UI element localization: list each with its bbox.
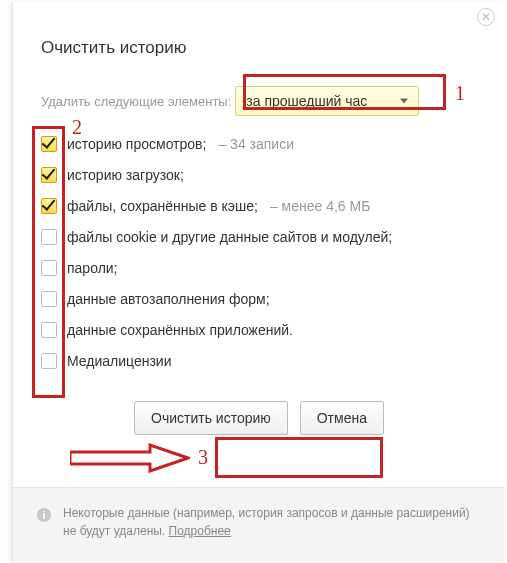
clear-history-dialog: ✕ Очистить историю Удалить следующие эле… (12, 2, 505, 562)
checkbox[interactable] (41, 322, 57, 338)
option-label: историю просмотров; (67, 136, 206, 152)
cancel-button[interactable]: Отмена (300, 401, 384, 435)
option-row[interactable]: данные сохранённых приложений. (41, 322, 505, 338)
checkbox[interactable] (41, 260, 57, 276)
checkbox[interactable] (41, 167, 57, 183)
option-label: пароли; (67, 260, 118, 276)
option-label: данные автозаполнения форм; (67, 291, 270, 307)
option-row[interactable]: файлы cookie и другие данные сайтов и мо… (41, 229, 505, 245)
option-label: файлы, сохранённые в кэше; (67, 198, 258, 214)
options-list: историю просмотров;– 34 записиисторию за… (41, 136, 505, 369)
option-label: данные сохранённых приложений. (67, 322, 293, 338)
option-row[interactable]: данные автозаполнения форм; (41, 291, 505, 307)
timerange-row: Удалить следующие элементы: за прошедший… (41, 86, 505, 116)
option-label: файлы cookie и другие данные сайтов и мо… (67, 229, 392, 245)
footer-link[interactable]: Подробнее (169, 524, 231, 538)
timerange-value: за прошедший час (246, 93, 367, 109)
option-row[interactable]: историю загрузок; (41, 167, 505, 183)
option-row[interactable]: историю просмотров;– 34 записи (41, 136, 505, 152)
checkbox[interactable] (41, 136, 57, 152)
dialog-title: Очистить историю (13, 2, 505, 58)
checkbox[interactable] (41, 353, 57, 369)
option-label: историю загрузок; (67, 167, 184, 183)
timerange-label: Удалить следующие элементы: (41, 94, 231, 109)
footer-text: Некоторые данные (например, история запр… (63, 506, 470, 538)
dialog-buttons: Очистить историю Отмена (13, 401, 505, 435)
option-row[interactable]: пароли; (41, 260, 505, 276)
footer-text-wrap: Некоторые данные (например, история запр… (63, 504, 481, 540)
option-hint: – менее 4,6 МБ (270, 198, 370, 214)
option-row[interactable]: Медиалицензии (41, 353, 505, 369)
clear-button[interactable]: Очистить историю (134, 401, 288, 435)
checkbox[interactable] (41, 229, 57, 245)
timerange-select[interactable]: за прошедший час (235, 86, 419, 116)
chevron-down-icon (400, 99, 408, 104)
option-hint: – 34 записи (218, 136, 294, 152)
option-row[interactable]: файлы, сохранённые в кэше;– менее 4,6 МБ (41, 198, 505, 214)
checkbox[interactable] (41, 291, 57, 307)
close-icon[interactable]: ✕ (477, 8, 495, 26)
checkbox[interactable] (41, 198, 57, 214)
option-label: Медиалицензии (67, 353, 172, 369)
footer: i Некоторые данные (например, история за… (13, 487, 505, 562)
info-icon: i (37, 508, 51, 522)
